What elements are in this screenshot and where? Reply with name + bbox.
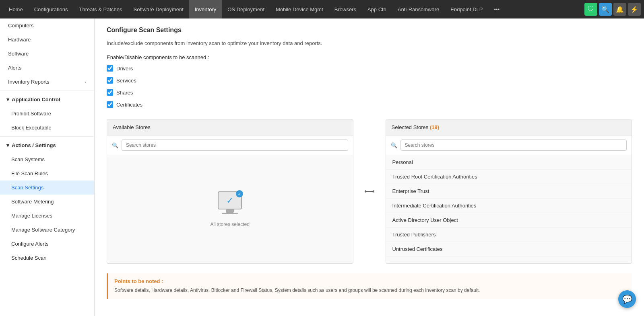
top-navigation: Home Configurations Threats & Patches So… [0,0,644,18]
all-selected-text: All stores selected [211,222,250,227]
bell-icon-btn[interactable]: 🔔 [613,3,626,16]
selected-stores-panel: Selected Stores (19) 🔍 Personal Trusted … [386,119,632,264]
list-item[interactable]: Intermediate Certification Authorities [386,199,632,213]
checkbox-group: Drivers Services Shares Certificates [107,65,632,108]
nav-item-software-deployment[interactable]: Software Deployment [128,0,189,18]
divider-2 [0,136,94,137]
chat-button[interactable]: 💬 [618,290,636,308]
sidebar-item-configure-alerts[interactable]: Configure Alerts [0,237,94,251]
components-label: Enable/Disable components to be scanned … [107,54,632,60]
all-selected-illustration: ✓ ✓ [218,191,242,214]
notes-section: Points to be noted : Software details, H… [107,273,632,299]
selected-stores-search-input[interactable] [400,140,627,151]
nav-item-mobile[interactable]: Mobile Device Mgmt [270,0,329,18]
shares-checkbox[interactable] [107,89,113,96]
sidebar-item-scan-systems[interactable]: Scan Systems [0,152,94,166]
divider-1 [0,90,94,91]
sidebar-item-inventory-reports[interactable]: Inventory Reports › [0,75,94,89]
search-icon: 🔍 [112,142,118,148]
selected-stores-search-container: 🔍 [386,135,632,155]
checkbox-drivers[interactable]: Drivers [107,65,632,72]
available-stores-body: ✓ ✓ All stores selected [107,155,353,263]
nav-item-home[interactable]: Home [3,0,29,18]
lightning-icon-btn[interactable]: ⚡ [628,3,641,16]
nav-item-inventory[interactable]: Inventory [189,0,222,18]
services-checkbox[interactable] [107,77,113,84]
checkbox-certificates[interactable]: Certificates [107,101,632,108]
sidebar-item-schedule-scan[interactable]: Schedule Scan [0,251,94,265]
available-stores-header: Available Stores [107,119,353,135]
sidebar-section-actions-settings[interactable]: ▾ Actions / Settings [0,138,94,152]
notes-text: Software details, Hardware details, Anti… [114,287,625,294]
nav-item-os-deployment[interactable]: OS Deployment [222,0,270,18]
transfer-arrow-icon: ⟷ [364,187,375,196]
nav-item-anti-ransomware[interactable]: Anti-Ransomware [392,0,445,18]
sidebar: Computers Hardware Software Alerts Inven… [0,18,95,316]
transfer-arrows[interactable]: ⟷ [361,119,378,264]
monitor-shape: ✓ ✓ [218,191,242,209]
chevron-right-icon: › [85,80,86,84]
sidebar-item-alerts[interactable]: Alerts [0,61,94,75]
main-layout: Computers Hardware Software Alerts Inven… [0,18,644,316]
sidebar-item-computers[interactable]: Computers [0,18,94,33]
sidebar-item-software[interactable]: Software [0,47,94,61]
notes-title: Points to be noted : [114,278,625,284]
drivers-checkbox[interactable] [107,65,113,72]
nav-item-configurations[interactable]: Configurations [29,0,74,18]
shield-icon-btn[interactable]: 🛡 [584,3,597,16]
sidebar-section-app-control[interactable]: ▾ Application Control [0,92,94,107]
main-content: Configure Scan Settings Include/exclude … [95,18,644,316]
nav-item-endpoint-dlp[interactable]: Endpoint DLP [445,0,488,18]
selected-stores-header: Selected Stores (19) [386,119,632,135]
available-stores-panel: Available Stores 🔍 ✓ ✓ [107,119,353,264]
check-dot-icon: ✓ [236,190,243,197]
nav-item-threats[interactable]: Threats & Patches [74,0,128,18]
subtitle-text: Include/exclude components from inventor… [107,40,632,46]
selected-stores-list: Personal Trusted Root Certification Auth… [386,155,632,263]
search-icon-btn[interactable]: 🔍 [599,3,612,16]
nav-item-browsers[interactable]: Browsers [329,0,362,18]
certificates-checkbox[interactable] [107,101,113,108]
nav-item-more[interactable]: ••• [488,0,505,18]
list-item[interactable]: Trusted Publishers [386,228,632,242]
list-item[interactable]: Trusted Root Certification Authorities [386,170,632,184]
page-title: Configure Scan Settings [107,27,632,34]
list-item[interactable]: Enterprise Trust [386,184,632,199]
sidebar-item-software-metering[interactable]: Software Metering [0,195,94,209]
list-item[interactable]: Personal [386,155,632,170]
stores-container: Available Stores 🔍 ✓ ✓ [107,119,632,264]
checkbox-shares[interactable]: Shares [107,89,632,96]
sidebar-item-file-scan-rules[interactable]: File Scan Rules [0,166,94,181]
sidebar-item-block-executable[interactable]: Block Executable [0,121,94,135]
search-icon-2: 🔍 [391,142,397,148]
available-stores-search-input[interactable] [122,140,348,151]
sidebar-item-hardware[interactable]: Hardware [0,33,94,47]
list-item[interactable]: Untrusted Certificates [386,242,632,256]
list-item[interactable]: Active Directory User Object [386,213,632,228]
checkbox-services[interactable]: Services [107,77,632,84]
available-stores-search-container: 🔍 [107,135,353,155]
sidebar-item-manage-licenses[interactable]: Manage Licenses [0,209,94,223]
monitor-check-icon: ✓ [226,195,233,206]
sidebar-item-prohibit-software[interactable]: Prohibit Software [0,107,94,121]
nav-item-app-ctrl[interactable]: App Ctrl [362,0,392,18]
sidebar-item-manage-software-category[interactable]: Manage Software Category [0,223,94,237]
sidebar-item-scan-settings[interactable]: Scan Settings [0,181,94,195]
monitor-base [222,213,238,214]
